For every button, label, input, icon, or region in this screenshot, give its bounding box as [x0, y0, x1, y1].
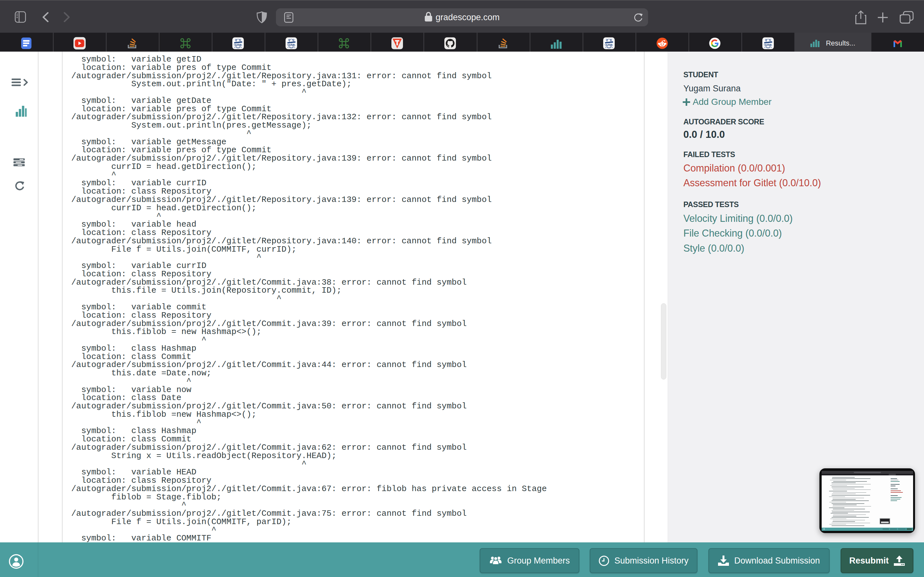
svg-text:CS 61BL: CS 61BL [234, 43, 242, 45]
svg-text:CS 61BL: CS 61BL [287, 43, 296, 45]
svg-text:CS 61BL: CS 61BL [764, 43, 772, 45]
svg-text:CS 61BL: CS 61BL [605, 43, 613, 45]
